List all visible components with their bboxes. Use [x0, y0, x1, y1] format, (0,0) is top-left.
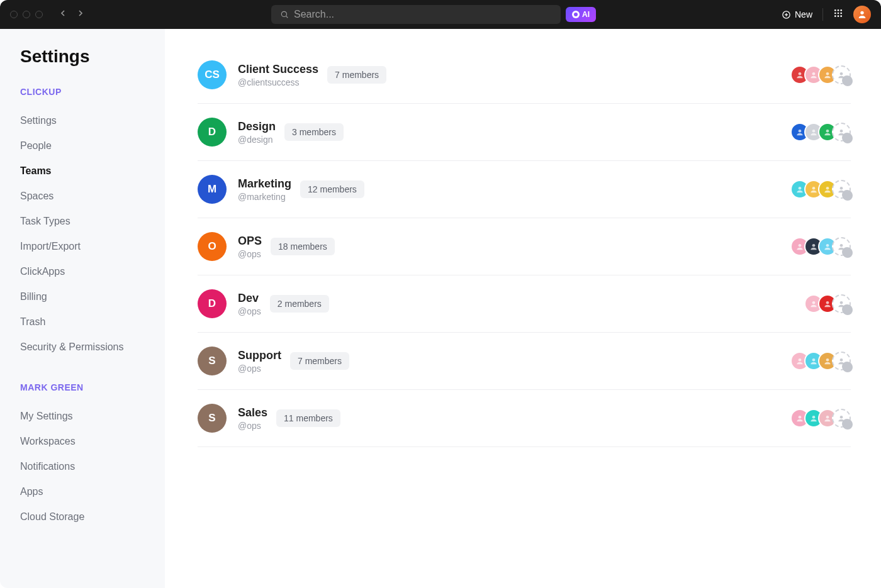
sidebar-item-spaces[interactable]: Spaces: [20, 184, 165, 209]
plus-icon: [843, 76, 853, 86]
svg-point-22: [812, 130, 816, 133]
close-window-icon[interactable]: [10, 11, 18, 18]
team-row[interactable]: DDev@ops2 members: [198, 275, 851, 333]
svg-point-18: [840, 72, 843, 75]
svg-point-11: [834, 15, 836, 17]
sidebar-item-cloud-storage[interactable]: Cloud Storage: [20, 504, 165, 530]
sidebar-item-trash[interactable]: Trash: [20, 309, 165, 335]
apps-grid-button[interactable]: [833, 8, 843, 21]
forward-button[interactable]: [76, 8, 86, 21]
team-row[interactable]: CSClient Success@clientsuccess7 members: [198, 54, 851, 104]
team-row[interactable]: MMarketing@marketing12 members: [198, 161, 851, 218]
sidebar-item-notifications[interactable]: Notifications: [20, 454, 165, 479]
team-name: Marketing: [238, 177, 291, 191]
team-handle: @ops: [238, 421, 267, 431]
sidebar-item-workspaces[interactable]: Workspaces: [20, 429, 165, 454]
sidebar-item-security-permissions[interactable]: Security & Permissions: [20, 335, 165, 360]
sidebar-item-teams[interactable]: Teams: [20, 158, 165, 184]
members-count-badge: 12 members: [300, 180, 364, 198]
svg-point-45: [812, 358, 816, 362]
user-avatar[interactable]: [853, 6, 871, 23]
sidebar-item-apps[interactable]: Apps: [20, 479, 165, 504]
divider: [822, 8, 823, 21]
svg-point-6: [838, 9, 839, 11]
svg-point-14: [860, 11, 863, 14]
titlebar: Search... AI New: [0, 0, 881, 29]
svg-point-34: [812, 244, 816, 247]
team-name: Dev: [238, 292, 261, 305]
ai-label: AI: [582, 10, 590, 19]
team-handle: @design: [238, 135, 276, 145]
sidebar-item-settings[interactable]: Settings: [20, 108, 165, 133]
svg-point-40: [826, 301, 829, 304]
team-row[interactable]: OOPS@ops18 members: [198, 218, 851, 275]
ai-icon: [572, 11, 580, 18]
members-count-badge: 7 members: [290, 352, 349, 370]
members-count-badge: 11 members: [276, 409, 340, 427]
nav-arrows: [58, 8, 86, 21]
maximize-window-icon[interactable]: [35, 11, 43, 18]
svg-point-7: [840, 9, 842, 11]
add-member-button[interactable]: [832, 409, 851, 428]
members-count-badge: 18 members: [271, 238, 335, 255]
member-avatars: [790, 123, 851, 141]
sidebar-item-people[interactable]: People: [20, 133, 165, 158]
svg-point-33: [799, 244, 802, 247]
plus-icon: [843, 191, 853, 201]
add-member-button[interactable]: [832, 294, 851, 313]
svg-point-0: [281, 11, 286, 16]
team-handle: @ops: [238, 306, 261, 316]
section-header: CLICKUP: [20, 87, 165, 97]
members-count-badge: 2 members: [270, 295, 329, 313]
sidebar-item-billing[interactable]: Billing: [20, 284, 165, 309]
svg-point-12: [838, 15, 839, 17]
add-member-button[interactable]: [832, 180, 851, 199]
svg-point-5: [834, 9, 836, 11]
back-button[interactable]: [58, 8, 68, 21]
ai-button[interactable]: AI: [566, 7, 596, 22]
team-row[interactable]: SSales@ops11 members: [198, 390, 851, 447]
team-avatar: CS: [198, 60, 227, 89]
minimize-window-icon[interactable]: [23, 11, 30, 18]
members-count-badge: 3 members: [284, 123, 344, 141]
svg-point-28: [812, 187, 816, 190]
sidebar-item-task-types[interactable]: Task Types: [20, 209, 165, 234]
add-member-button[interactable]: [832, 123, 851, 141]
team-avatar: D: [198, 289, 227, 318]
svg-point-41: [840, 301, 843, 304]
sidebar-item-import-export[interactable]: Import/Export: [20, 234, 165, 259]
search-icon: [280, 10, 289, 19]
svg-point-16: [812, 72, 816, 75]
svg-point-23: [826, 130, 829, 133]
add-member-button[interactable]: [832, 65, 851, 84]
team-row[interactable]: DDesign@design3 members: [198, 104, 851, 161]
svg-line-1: [286, 16, 288, 18]
sidebar: Settings CLICKUPSettingsPeopleTeamsSpace…: [0, 29, 165, 588]
search-placeholder: Search...: [294, 9, 334, 20]
svg-point-10: [840, 13, 842, 14]
sidebar-item-my-settings[interactable]: My Settings: [20, 404, 165, 429]
add-member-button[interactable]: [832, 237, 851, 256]
add-member-button[interactable]: [832, 352, 851, 370]
page-title: Settings: [20, 47, 165, 67]
member-avatars: [790, 352, 851, 370]
plus-icon: [843, 362, 853, 372]
svg-point-9: [838, 13, 839, 14]
team-handle: @ops: [238, 363, 281, 374]
members-count-badge: 7 members: [327, 66, 386, 84]
team-row[interactable]: SSupport@ops7 members: [198, 333, 851, 390]
svg-point-53: [840, 416, 843, 419]
team-avatar: S: [198, 404, 227, 433]
svg-point-24: [840, 130, 843, 133]
new-button[interactable]: New: [782, 9, 812, 19]
team-name: Client Success: [238, 63, 318, 76]
sidebar-item-clickapps[interactable]: ClickApps: [20, 259, 165, 284]
section-header: MARK GREEN: [20, 382, 165, 392]
svg-point-46: [826, 358, 829, 362]
svg-point-35: [826, 244, 829, 247]
member-avatars: [790, 180, 851, 199]
teams-list: CSClient Success@clientsuccess7 membersD…: [165, 29, 881, 588]
svg-point-13: [840, 15, 842, 17]
svg-point-36: [840, 244, 843, 247]
search-input[interactable]: Search...: [271, 5, 561, 24]
